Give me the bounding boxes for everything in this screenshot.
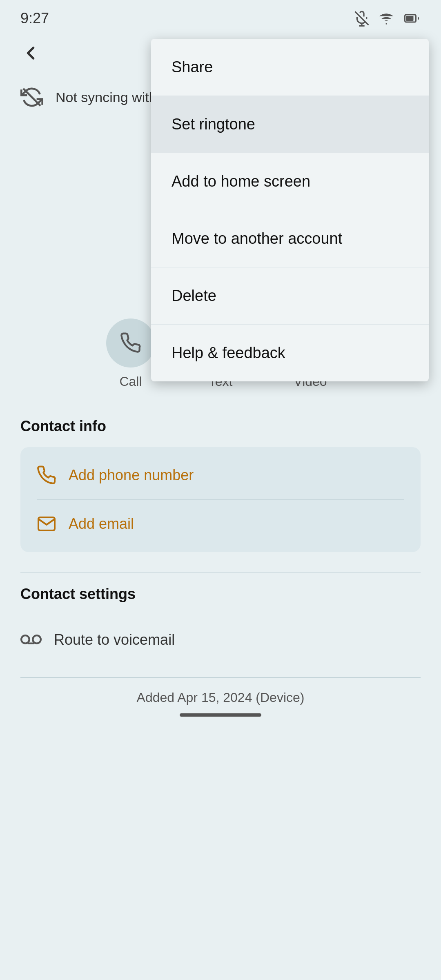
menu-item-share[interactable]: Share xyxy=(151,39,429,96)
context-menu: ShareSet ringtoneAdd to home screenMove … xyxy=(151,39,429,381)
dropdown-overlay[interactable]: ShareSet ringtoneAdd to home screenMove … xyxy=(0,0,441,980)
menu-item-add-home-screen[interactable]: Add to home screen xyxy=(151,153,429,210)
menu-item-delete[interactable]: Delete xyxy=(151,267,429,325)
menu-item-move-account[interactable]: Move to another account xyxy=(151,210,429,267)
menu-item-help-feedback[interactable]: Help & feedback xyxy=(151,325,429,381)
menu-item-set-ringtone[interactable]: Set ringtone xyxy=(151,96,429,153)
